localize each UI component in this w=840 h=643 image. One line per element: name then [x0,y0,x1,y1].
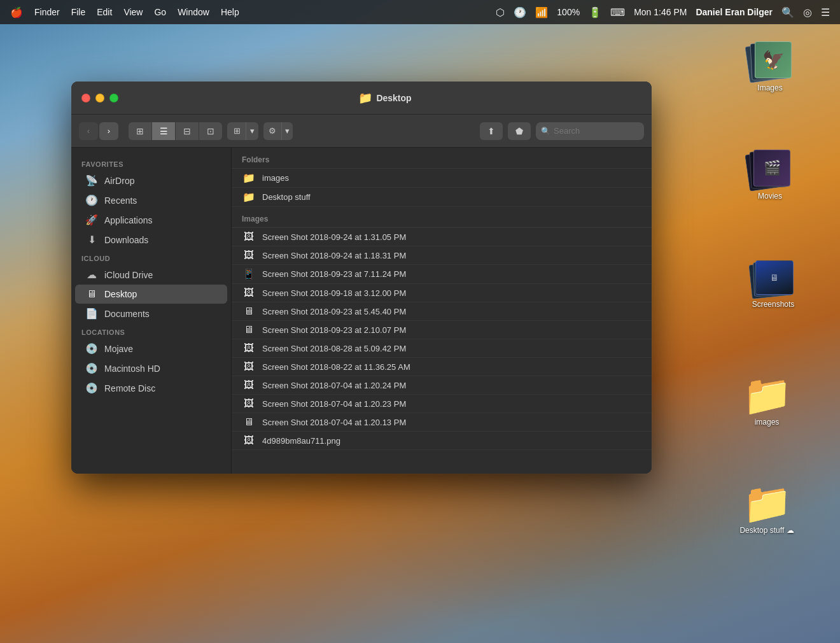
file-name: Screen Shot 2018-07-04 at 1.20.23 PM [262,399,406,409]
share-button[interactable]: ⬆ [480,122,503,140]
folder-icon: 📁 [242,172,256,184]
folder-icon: 📁 [242,191,256,203]
desktop-icon-movies[interactable]: 🎬 Movies [738,143,802,201]
list-view-button[interactable]: ☰ [152,122,175,140]
sidebar-item-documents[interactable]: 📄 Documents [75,304,227,323]
list-item[interactable]: 🖼 4d989bm8au711.png [232,432,652,450]
desktop-icon-desktop-stuff[interactable]: 📁 Desktop stuff ☁ [729,484,805,535]
sidebar-item-icloud-drive[interactable]: ☁ iCloud Drive [75,265,227,285]
images-stack-label: Images [757,83,782,92]
settings-button[interactable]: ⚙ [263,122,281,140]
go-menu[interactable]: Go [154,7,166,17]
minimize-button[interactable] [95,94,104,102]
back-button[interactable]: ‹ [79,122,98,140]
mojave-icon: 💿 [85,343,98,355]
sidebar-item-downloads[interactable]: ⬇ Downloads [75,230,227,250]
list-item[interactable]: 📁 images [232,169,652,188]
help-menu[interactable]: Help [221,7,239,17]
file-name: Screen Shot 2018-07-04 at 1.20.24 PM [262,381,406,390]
file-name: Screen Shot 2018-08-22 at 11.36.25 AM [262,362,410,372]
recents-icon: 🕐 [85,194,98,206]
applications-icon: 🚀 [85,214,98,226]
desktop-icon-screenshots[interactable]: 🖥 Screenshots [741,251,805,309]
images-section-header: Images [232,207,652,228]
sidebar-item-label-icloud-drive: iCloud Drive [104,270,153,280]
list-item[interactable]: 🖼 Screen Shot 2018-09-24 at 1.31.05 PM [232,228,652,246]
sidebar-item-airdrop[interactable]: 📡 AirDrop [75,171,227,190]
menubar: 🍎 Finder File Edit View Go Window Help ⬡… [0,0,840,24]
view-buttons: ⊞ ☰ ⊟ ⊡ [129,122,222,140]
clock: Mon 1:46 PM [634,7,687,17]
list-item[interactable]: 🖼 Screen Shot 2018-07-04 at 1.20.24 PM [232,376,652,395]
sidebar-item-label-applications: Applications [104,215,153,225]
title-folder-icon: 📁 [358,91,372,105]
cover-view-button[interactable]: ⊡ [199,122,222,140]
sidebar-item-label-recents: Recents [104,195,137,206]
list-item[interactable]: 🖼 Screen Shot 2018-08-22 at 11.36.25 AM [232,358,652,376]
sidebar-item-remote-disc[interactable]: 💿 Remote Disc [75,378,227,398]
notification-center-icon[interactable]: ☰ [821,6,830,18]
image-icon: 🖼 [242,379,256,391]
file-name: images [262,173,289,183]
finder-menu[interactable]: Finder [34,7,60,17]
search-input[interactable] [536,122,644,140]
edit-menu[interactable]: Edit [97,7,112,17]
apple-menu[interactable]: 🍎 [10,6,23,18]
close-button[interactable] [81,94,90,102]
spotlight-icon[interactable]: 🔍 [781,6,794,18]
list-item[interactable]: 🖥 Screen Shot 2018-07-04 at 1.20.13 PM [232,413,652,432]
image-icon: 🖼 [242,231,256,243]
downloads-icon: ⬇ [85,234,98,246]
list-item[interactable]: 📱 Screen Shot 2018-09-23 at 7.11.24 PM [232,265,652,284]
file-menu[interactable]: File [71,7,86,17]
maximize-button[interactable] [109,94,118,102]
siri-icon[interactable]: ◎ [803,6,812,18]
list-item[interactable]: 🖼 Screen Shot 2018-09-24 at 1.18.31 PM [232,246,652,265]
folders-section-header: Folders [232,148,652,169]
list-item[interactable]: 🖼 Screen Shot 2018-08-28 at 5.09.42 PM [232,339,652,358]
airplay-icon[interactable]: ⬡ [496,6,505,18]
group-dropdown-arrow[interactable]: ▾ [246,122,258,140]
file-name: Screen Shot 2018-09-24 at 1.18.31 PM [262,251,406,260]
sidebar-item-mojave[interactable]: 💿 Mojave [75,339,227,358]
column-view-button[interactable]: ⊟ [176,122,199,140]
timemachine-icon[interactable]: 🕐 [514,6,526,18]
images-folder-icon: 📁 [743,376,792,415]
username[interactable]: Daniel Eran Dilger [696,7,773,17]
tag-button[interactable]: ⬟ [508,122,531,140]
view-menu[interactable]: View [123,7,143,17]
file-name: Screen Shot 2018-09-24 at 1.31.05 PM [262,232,406,242]
wifi-icon[interactable]: 📶 [535,6,548,18]
file-name: Screen Shot 2018-09-18 at 3.12.00 PM [262,288,406,298]
sidebar-item-desktop[interactable]: 🖥 Desktop [75,285,227,304]
sidebar-item-applications[interactable]: 🚀 Applications [75,210,227,230]
movies-stack-icon: 🎬 [747,143,793,189]
window-menu[interactable]: Window [178,7,209,17]
list-item[interactable]: 🖼 Screen Shot 2018-09-18 at 3.12.00 PM [232,284,652,302]
desktop-stuff-folder-label: Desktop stuff ☁ [739,526,794,535]
image-icon: 🖥 [242,306,256,317]
image-icon: 🖼 [242,287,256,299]
desktop-icon-images[interactable]: 🦅 Images [738,35,802,92]
screenshots-stack-label: Screenshots [752,300,795,309]
forward-button[interactable]: › [99,122,118,140]
image-icon: 🖼 [242,343,256,354]
settings-dropdown-arrow[interactable]: ▾ [281,122,293,140]
sidebar-item-recents[interactable]: 🕐 Recents [75,190,227,210]
keyboard-icon[interactable]: ⌨ [610,6,625,18]
group-button[interactable]: ⊞ [227,122,246,140]
settings-dropdown: ⚙ ▾ [263,122,293,140]
file-list: Folders 📁 images 📁 Desktop stuff Images … [232,148,652,474]
icloud-header: iCloud [71,250,231,265]
window-title: 📁 Desktop [129,91,641,105]
list-item[interactable]: 🖼 Screen Shot 2018-07-04 at 1.20.23 PM [232,395,652,413]
list-item[interactable]: 🖥 Screen Shot 2018-09-23 at 2.10.07 PM [232,321,652,339]
sidebar-item-macintosh-hd[interactable]: 💿 Macintosh HD [75,358,227,378]
icloud-drive-icon: ☁ [85,269,98,281]
desktop-stuff-folder-icon: 📁 [743,484,792,523]
desktop-icon-images-folder[interactable]: 📁 images [735,376,799,427]
remote-disc-icon: 💿 [85,382,98,394]
icon-view-button[interactable]: ⊞ [129,122,151,140]
list-item[interactable]: 📁 Desktop stuff [232,188,652,207]
list-item[interactable]: 🖥 Screen Shot 2018-09-23 at 5.45.40 PM [232,302,652,321]
